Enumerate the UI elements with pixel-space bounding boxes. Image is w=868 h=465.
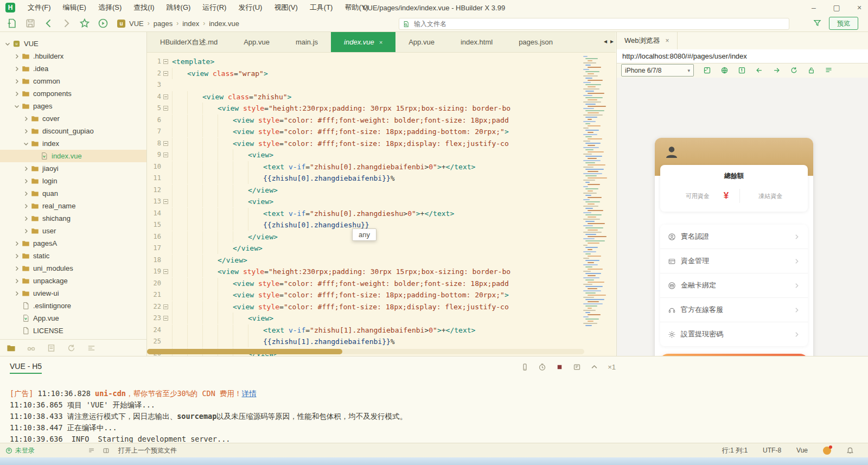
new-file-icon[interactable] [7,18,17,29]
tree-chevron-icon[interactable] [23,178,29,184]
menu-item-2[interactable]: 选择(S) [92,0,127,15]
tree-chevron-icon[interactable] [14,78,20,85]
close-button[interactable]: × [855,0,864,15]
forward-icon[interactable] [61,18,72,29]
menu-item-5[interactable]: 运行(R) [196,0,232,15]
tree-chevron-icon[interactable] [23,165,29,172]
sidebar-item-.eslintignore[interactable]: .eslintignore [0,300,146,312]
code-editor[interactable]: HBuilderX自述.mdApp.vuemain.jsindex.vue×Ap… [147,32,616,356]
editor-tab-App.vue[interactable]: App.vue [395,32,448,52]
console-toggle-icon[interactable] [88,447,95,454]
fold-marker-icon[interactable] [163,316,168,321]
menu-item-9[interactable]: 帮助(Y) [339,0,374,15]
bookmark-star-icon[interactable] [79,18,90,29]
device-select[interactable]: iPhone 6/7/8 ▾ [621,64,694,77]
tree-chevron-icon[interactable] [14,290,20,297]
login-status[interactable]: 未登录 [5,446,35,455]
url-input[interactable] [617,52,868,60]
lock-icon[interactable] [807,66,815,74]
tree-chevron-icon[interactable] [4,41,11,47]
user-menu-item-gear[interactable]: 設置提現密碼 [660,322,808,346]
breadcrumb-item-pages[interactable]: pages [154,20,173,28]
sidebar-item-jiaoyi[interactable]: jiaoyi [0,162,146,175]
close-console-icon[interactable]: ×1 [608,363,616,371]
editor-tab-index.vue[interactable]: index.vue× [331,32,395,52]
breadcrumb-item-VUE[interactable]: VUE [129,20,144,28]
sidebar-item-pagesA[interactable]: pagesA [0,237,146,250]
tree-chevron-icon[interactable] [23,215,29,222]
language-mode[interactable]: Vue [796,447,808,454]
user-menu-item-bankcard[interactable]: 金融卡綁定 [660,273,808,297]
sidebar-item-common[interactable]: common [0,75,146,87]
sidebar-item-user[interactable]: user [0,225,146,237]
menu-item-6[interactable]: 发行(U) [232,0,268,15]
menu-item-0[interactable]: 文件(F) [22,0,57,15]
save-icon[interactable] [25,18,36,29]
breadcrumb-item-index[interactable]: index [182,20,199,28]
fold-marker-icon[interactable] [163,304,168,309]
log-token[interactable]: 详情 [242,389,257,398]
sidebar-item-pages[interactable]: pages [0,100,146,112]
sidebar-item-uview-ui[interactable]: uview-ui [0,287,146,300]
avatar-icon[interactable] [663,144,680,161]
reload-icon[interactable] [790,66,798,74]
bell-icon[interactable] [846,447,854,454]
update-notification-icon[interactable] [823,447,831,455]
fold-marker-icon[interactable] [163,269,168,274]
tree-chevron-icon[interactable] [23,203,29,209]
sidebar-item-cover[interactable]: cover [0,112,146,125]
tree-chevron-icon[interactable] [23,116,29,122]
fold-marker-icon[interactable] [163,71,168,76]
timer-icon[interactable] [538,363,546,371]
code-area[interactable]: 1<template>2<view class="wrap">34<view c… [147,52,584,356]
actual-size-icon[interactable] [738,66,746,74]
fold-marker-icon[interactable] [163,199,168,204]
sidebar-item-real_name[interactable]: real_name [0,200,146,212]
preview-button[interactable]: 预览 [829,17,858,30]
minimize-button[interactable]: – [809,0,818,15]
menu-item-4[interactable]: 跳转(G) [161,0,197,15]
tree-chevron-icon[interactable] [23,190,29,197]
sidebar-item-discount_gupiao[interactable]: discount_gupiao [0,125,146,137]
tree-chevron-icon[interactable] [14,253,20,259]
tree-chevron-icon[interactable] [23,141,29,147]
filter-funnel-icon[interactable] [813,19,821,27]
editor-tab-App.vue[interactable]: App.vue [231,32,283,52]
preview-tab-close-icon[interactable]: × [666,37,669,44]
editor-tab-index.html[interactable]: index.html [448,32,506,52]
sidebar-item-App.vue[interactable]: App.vue [0,312,146,324]
editor-tab-pages.json[interactable]: pages.json [506,32,566,52]
encoding-indicator[interactable]: UTF-8 [763,447,781,454]
sidebar-item-static[interactable]: static [0,250,146,262]
devtools-icon[interactable] [825,66,833,74]
fold-marker-icon[interactable] [163,94,168,99]
fold-marker-icon[interactable] [163,59,168,64]
maximize-button[interactable]: ▢ [832,0,841,15]
open-in-browser-icon[interactable] [703,66,711,74]
sidebar-item-index[interactable]: index [0,137,146,150]
horizontal-scrollbar-thumb[interactable] [147,349,342,354]
menu-item-8[interactable]: 工具(T) [304,0,339,15]
sidebar-item-shichang[interactable]: shichang [0,212,146,225]
sidebar-item-quan[interactable]: quan [0,187,146,200]
minimap[interactable] [583,56,607,338]
file-search[interactable] [399,18,789,30]
console-tab[interactable]: VUE - H5 [10,362,42,371]
soft-keyboard-icon[interactable] [521,363,529,371]
emulator-icon[interactable] [720,66,729,74]
sidebar-item-components[interactable]: components [0,87,146,100]
console-settings-icon[interactable] [573,363,581,371]
menu-item-7[interactable]: 视图(V) [268,0,303,15]
open-previous-preview[interactable]: 打开上一个预览文件 [118,446,177,455]
tree-chevron-icon[interactable] [14,53,20,60]
editor-tab-HBuilderX.md[interactable]: HBuilderX自述.md [147,32,231,52]
menu-item-1[interactable]: 编辑(E) [57,0,92,15]
tab-scroll-right-icon[interactable]: ▸ [610,37,614,45]
tree-chevron-icon[interactable] [14,91,20,97]
sidebar-item-index.vue[interactable]: index.vue [0,150,146,162]
tree-chevron-icon[interactable] [23,228,29,234]
editor-tab-main.js[interactable]: main.js [283,32,331,52]
compare-icon[interactable] [27,343,36,353]
stop-icon[interactable] [556,363,564,371]
tab-scroll-left-icon[interactable]: ◂ [604,37,607,45]
